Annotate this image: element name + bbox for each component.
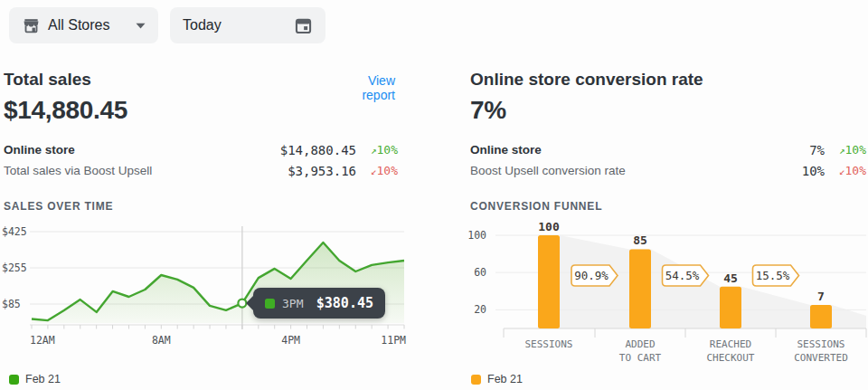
- metric-value: 7%: [809, 143, 825, 157]
- svg-text:$255: $255: [2, 262, 27, 274]
- legend-swatch-orange: [471, 375, 481, 385]
- svg-text:15.5%: 15.5%: [756, 269, 790, 282]
- metric-label: Total sales via Boost Upsell: [4, 164, 288, 177]
- svg-text:REACHED: REACHED: [710, 338, 751, 350]
- legend-label: Feb 21: [25, 373, 61, 385]
- svg-text:SESSIONS: SESSIONS: [797, 338, 845, 350]
- metric-label: Online store: [4, 143, 280, 157]
- svg-text:12AM: 12AM: [30, 334, 55, 347]
- delta-badge: ↗10%: [356, 143, 398, 157]
- conversion-funnel-heading: CONVERSION FUNNEL: [470, 200, 602, 213]
- svg-text:CONVERTED: CONVERTED: [794, 352, 848, 364]
- funnel-chart-legend: Feb 21: [471, 373, 523, 385]
- sales-row-online-store: Online store $14,880.45 ↗10%: [4, 139, 398, 160]
- metric-value: 10%: [802, 164, 825, 178]
- sales-metric-rows: Online store $14,880.45 ↗10% Total sales…: [4, 139, 398, 181]
- delta-badge: ↙10%: [825, 164, 866, 177]
- sales-row-boost-upsell: Total sales via Boost Upsell $3,953.16 ↙…: [4, 160, 398, 181]
- date-filter-label: Today: [183, 17, 222, 33]
- conversion-metric-rows: Online store 7% ↗10% Boost Upsell conver…: [470, 139, 866, 181]
- total-sales-value: $14,880.45: [4, 96, 127, 125]
- calendar-icon: [294, 16, 313, 35]
- svg-text:20: 20: [474, 303, 486, 316]
- metric-label: Boost Upsell conversion rate: [470, 164, 802, 177]
- svg-text:8AM: 8AM: [152, 334, 171, 347]
- legend-label: Feb 21: [487, 373, 523, 385]
- svg-text:90.9%: 90.9%: [574, 269, 609, 282]
- tooltip-value: $380.45: [316, 295, 373, 311]
- delta-badge: ↙10%: [356, 164, 398, 177]
- conversion-panel-title: Online store conversion rate: [470, 70, 703, 90]
- conversion-funnel-chart[interactable]: 10060201008545790.9%54.5%15.5%SESSIONSAD…: [461, 222, 868, 371]
- svg-text:45: 45: [723, 271, 738, 285]
- chart-tooltip: 3PM $380.45: [253, 288, 385, 319]
- svg-text:60: 60: [474, 266, 486, 279]
- tooltip-series-swatch: [265, 299, 275, 309]
- metric-value: $3,953.16: [288, 164, 356, 178]
- svg-text:4PM: 4PM: [281, 334, 300, 347]
- svg-text:ADDED: ADDED: [625, 338, 655, 350]
- svg-text:TO CART: TO CART: [619, 352, 662, 364]
- svg-text:7: 7: [817, 290, 825, 303]
- svg-text:SESSIONS: SESSIONS: [525, 338, 573, 350]
- svg-text:CHECKOUT: CHECKOUT: [707, 352, 755, 364]
- legend-swatch-green: [9, 375, 19, 385]
- view-report-link[interactable]: View report: [332, 73, 395, 102]
- svg-text:$85: $85: [2, 298, 21, 310]
- svg-text:85: 85: [633, 233, 647, 247]
- svg-text:54.5%: 54.5%: [665, 269, 700, 282]
- storefront-icon: [22, 16, 41, 35]
- svg-text:11PM: 11PM: [381, 334, 406, 347]
- svg-text:100: 100: [467, 229, 486, 242]
- delta-badge: ↗10%: [825, 143, 866, 157]
- store-filter-label: All Stores: [48, 17, 109, 33]
- sales-panel-title: Total sales: [4, 70, 91, 90]
- conversion-row-boost-upsell: Boost Upsell conversion rate 10% ↙10%: [470, 160, 866, 181]
- sales-over-time-heading: SALES OVER TIME: [4, 200, 113, 213]
- svg-text:100: 100: [538, 222, 560, 233]
- store-filter-dropdown[interactable]: All Stores: [9, 7, 158, 43]
- conversion-row-online-store: Online store 7% ↗10%: [470, 139, 866, 160]
- conversion-rate-value: 7%: [470, 96, 506, 125]
- metric-value: $14,880.45: [280, 143, 356, 157]
- tooltip-time-label: 3PM: [282, 297, 303, 310]
- sales-chart-legend: Feb 21: [9, 373, 61, 385]
- metric-label: Online store: [470, 143, 809, 157]
- date-filter-button[interactable]: Today: [170, 7, 326, 43]
- chevron-down-icon: [136, 23, 146, 29]
- svg-text:$425: $425: [2, 225, 27, 238]
